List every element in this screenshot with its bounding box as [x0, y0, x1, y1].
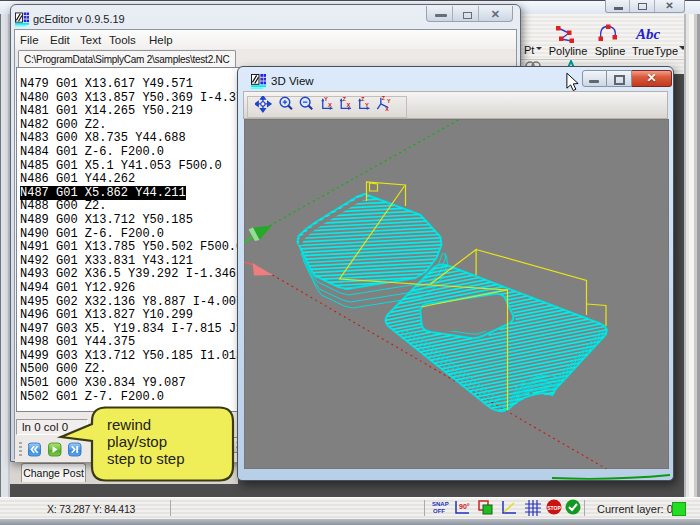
svg-text:Y: Y [387, 98, 391, 104]
svg-text:OFF: OFF [433, 508, 445, 514]
svg-text:STOP: STOP [547, 505, 561, 511]
svg-text:Z: Z [382, 96, 386, 101]
svg-text:Z: Z [343, 96, 347, 102]
svg-text:Abc: Abc [635, 26, 661, 42]
svg-text:SNAP: SNAP [432, 501, 449, 507]
svg-text:X: X [385, 106, 389, 112]
svg-text:90°: 90° [459, 503, 470, 510]
svg-text:X: X [328, 102, 332, 108]
svg-text:Y: Y [365, 102, 369, 108]
svg-text:X: X [347, 102, 351, 108]
svg-text:Z: Z [361, 96, 365, 102]
svg-text:Y: Y [324, 96, 328, 102]
